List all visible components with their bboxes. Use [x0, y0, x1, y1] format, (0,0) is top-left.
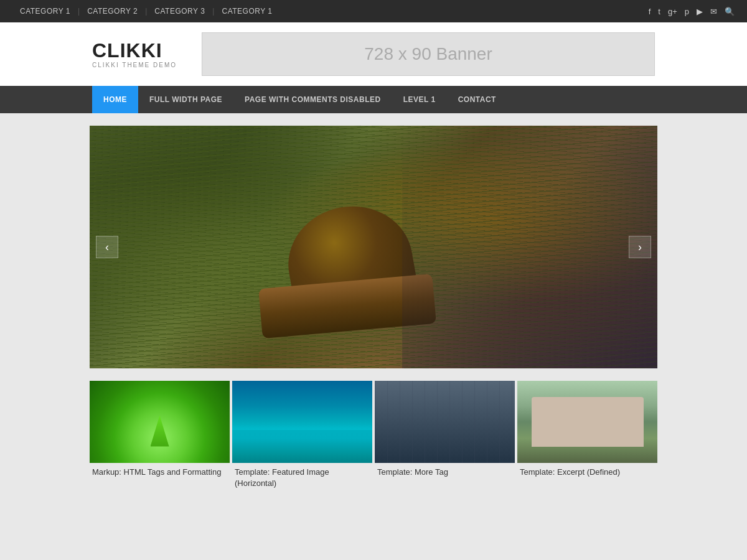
thumb-item-3[interactable]: Template: More Tag	[375, 381, 515, 493]
pinterest-icon[interactable]: p	[685, 7, 689, 16]
thumb-image-1	[90, 381, 230, 463]
thumb-image-2	[232, 381, 372, 463]
nav-contact[interactable]: CONTACT	[447, 86, 507, 113]
nav-comments-disabled[interactable]: PAGE WITH COMMENTS DISABLED	[233, 86, 392, 113]
slider-prev-button[interactable]: ‹	[96, 236, 118, 258]
thumb-item-4[interactable]: Template: Excerpt (Defined)	[517, 381, 657, 493]
banner-text: 728 x 90 Banner	[364, 44, 492, 64]
content-wrapper: ‹ › Markup: HTML Tags and Formatting Tem…	[90, 113, 657, 513]
nav-home[interactable]: HOME	[92, 86, 138, 113]
twitter-icon[interactable]: t	[658, 7, 660, 16]
thumb-caption-4: Template: Excerpt (Defined)	[517, 463, 657, 482]
nav-full-width[interactable]: FULL WIDTH PAGE	[138, 86, 233, 113]
top-nav-cat2[interactable]: CATEGORY 2	[80, 7, 145, 16]
banner-area[interactable]: 728 x 90 Banner	[202, 32, 655, 76]
slider: ‹ ›	[90, 126, 657, 368]
email-icon[interactable]: ✉	[710, 7, 717, 16]
logo-subtitle: CLIKKI THEME DEMO	[92, 62, 177, 68]
thumb-caption-2: Template: Featured Image (Horizontal)	[232, 463, 372, 493]
top-nav-cat1[interactable]: CATEGORY 1	[12, 7, 78, 16]
slider-right	[402, 126, 657, 368]
youtube-icon[interactable]: ▶	[697, 7, 703, 16]
top-nav: CATEGORY 1 | CATEGORY 2 | CATEGORY 3 | C…	[12, 7, 280, 16]
logo-area[interactable]: CLIKKI CLIKKI THEME DEMO	[92, 40, 177, 68]
slider-image	[90, 126, 657, 368]
thumbnail-grid: Markup: HTML Tags and Formatting Templat…	[90, 381, 657, 493]
header: CLIKKI CLIKKI THEME DEMO 728 x 90 Banner	[0, 22, 747, 86]
googleplus-icon[interactable]: g+	[668, 7, 677, 16]
thumb-item-2[interactable]: Template: Featured Image (Horizontal)	[232, 381, 372, 493]
thumb-caption-3: Template: More Tag	[375, 463, 515, 482]
top-social: f t g+ p ▶ ✉ 🔍	[649, 7, 735, 16]
slider-next-button[interactable]: ›	[629, 236, 651, 258]
thumb-item-1[interactable]: Markup: HTML Tags and Formatting	[90, 381, 230, 493]
thumb-caption-1: Markup: HTML Tags and Formatting	[90, 463, 230, 482]
main-nav: HOME FULL WIDTH PAGE PAGE WITH COMMENTS …	[0, 86, 747, 113]
facebook-icon[interactable]: f	[649, 7, 651, 16]
thumb-image-3	[375, 381, 515, 463]
search-icon[interactable]: 🔍	[725, 7, 735, 16]
logo-title: CLIKKI	[92, 40, 177, 60]
thumb-image-4	[517, 381, 657, 463]
nav-level1[interactable]: LEVEL 1	[392, 86, 447, 113]
top-nav-cat4[interactable]: CATEGORY 1	[214, 7, 280, 16]
top-nav-cat3[interactable]: CATEGORY 3	[147, 7, 212, 16]
top-bar: CATEGORY 1 | CATEGORY 2 | CATEGORY 3 | C…	[0, 0, 747, 22]
